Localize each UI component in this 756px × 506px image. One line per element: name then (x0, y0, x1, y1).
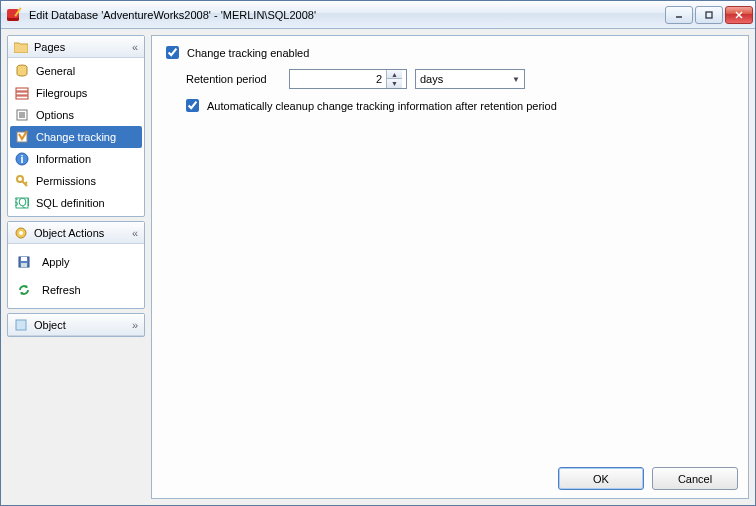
spin-down[interactable]: ▼ (387, 79, 402, 88)
content-pane: Change tracking enabled Retention period… (151, 35, 749, 499)
refresh-action[interactable]: Refresh (8, 276, 144, 304)
close-button[interactable] (725, 6, 753, 24)
titlebar: Edit Database 'AdventureWorks2008' - 'ME… (1, 1, 755, 29)
change-tracking-icon (14, 129, 30, 145)
sidebar-item-sql-definition[interactable]: SQL SQL definition (10, 192, 142, 214)
svg-point-21 (19, 231, 23, 235)
footer-buttons: OK Cancel (558, 467, 738, 490)
retention-unit-select[interactable]: days ▼ (415, 69, 525, 89)
spinner: ▲ ▼ (386, 70, 402, 88)
object-header-label: Object (34, 319, 66, 331)
ok-button[interactable]: OK (558, 467, 644, 490)
auto-cleanup-checkbox[interactable] (186, 99, 199, 112)
sql-icon: SQL (14, 195, 30, 211)
pages-list: General Filegroups Options Change tracki… (8, 58, 144, 216)
nav-label: Options (36, 109, 74, 121)
gear-icon (14, 226, 28, 240)
filegroups-icon (14, 85, 30, 101)
minimize-button[interactable] (665, 6, 693, 24)
svg-rect-7 (16, 96, 28, 99)
sidebar-item-information[interactable]: i Information (10, 148, 142, 170)
body: Pages « General Filegroups Options (1, 29, 755, 505)
window-title: Edit Database 'AdventureWorks2008' - 'ME… (29, 9, 316, 21)
actions-panel: Object Actions « Apply Refresh (7, 221, 145, 309)
svg-rect-5 (16, 88, 28, 91)
object-icon (14, 318, 28, 332)
action-label: Refresh (42, 284, 81, 296)
maximize-button[interactable] (695, 6, 723, 24)
sidebar-item-permissions[interactable]: Permissions (10, 170, 142, 192)
svg-text:SQL: SQL (15, 196, 29, 208)
apply-action[interactable]: Apply (8, 248, 144, 276)
svg-text:i: i (20, 153, 23, 165)
sidebar-item-general[interactable]: General (10, 60, 142, 82)
info-icon: i (14, 151, 30, 167)
nav-label: Permissions (36, 175, 96, 187)
svg-rect-24 (21, 263, 27, 267)
chevron-down-icon: ▼ (512, 75, 520, 84)
enable-tracking-checkbox[interactable] (166, 46, 179, 59)
sidebar: Pages « General Filegroups Options (7, 35, 145, 499)
sidebar-item-options[interactable]: Options (10, 104, 142, 126)
retention-label: Retention period (186, 73, 281, 85)
retention-value-input[interactable] (290, 70, 386, 88)
chevron-down-icon: » (132, 319, 138, 331)
sidebar-item-change-tracking[interactable]: Change tracking (10, 126, 142, 148)
key-icon (14, 173, 30, 189)
pages-header-label: Pages (34, 41, 65, 53)
refresh-icon (16, 282, 32, 298)
svg-rect-1 (706, 12, 712, 18)
window-buttons (665, 6, 753, 24)
retention-value-field[interactable]: ▲ ▼ (289, 69, 407, 89)
actions-header-label: Object Actions (34, 227, 104, 239)
folder-icon (14, 40, 28, 54)
auto-cleanup-label[interactable]: Automatically cleanup change tracking in… (207, 100, 557, 112)
nav-label: Change tracking (36, 131, 116, 143)
nav-label: General (36, 65, 75, 77)
app-icon (7, 7, 23, 23)
svg-line-17 (25, 182, 27, 184)
svg-rect-23 (21, 257, 27, 261)
actions-list: Apply Refresh (8, 244, 144, 308)
object-header[interactable]: Object » (8, 314, 144, 336)
save-icon (16, 254, 32, 270)
auto-cleanup-row: Automatically cleanup change tracking in… (166, 99, 734, 112)
pages-header[interactable]: Pages « (8, 36, 144, 58)
svg-rect-25 (16, 320, 26, 330)
spin-up[interactable]: ▲ (387, 70, 402, 79)
chevron-up-icon: « (132, 227, 138, 239)
enable-row: Change tracking enabled (166, 46, 734, 59)
object-panel: Object » (7, 313, 145, 337)
retention-unit-value: days (420, 73, 443, 85)
nav-label: Information (36, 153, 91, 165)
options-icon (14, 107, 30, 123)
nav-label: SQL definition (36, 197, 105, 209)
cancel-button[interactable]: Cancel (652, 467, 738, 490)
chevron-up-icon: « (132, 41, 138, 53)
database-icon (14, 63, 30, 79)
actions-header[interactable]: Object Actions « (8, 222, 144, 244)
nav-label: Filegroups (36, 87, 87, 99)
window: Edit Database 'AdventureWorks2008' - 'ME… (0, 0, 756, 506)
retention-row: Retention period ▲ ▼ days ▼ (166, 69, 734, 89)
sidebar-item-filegroups[interactable]: Filegroups (10, 82, 142, 104)
enable-tracking-label[interactable]: Change tracking enabled (187, 47, 309, 59)
svg-rect-6 (16, 92, 28, 95)
pages-panel: Pages « General Filegroups Options (7, 35, 145, 217)
action-label: Apply (42, 256, 70, 268)
